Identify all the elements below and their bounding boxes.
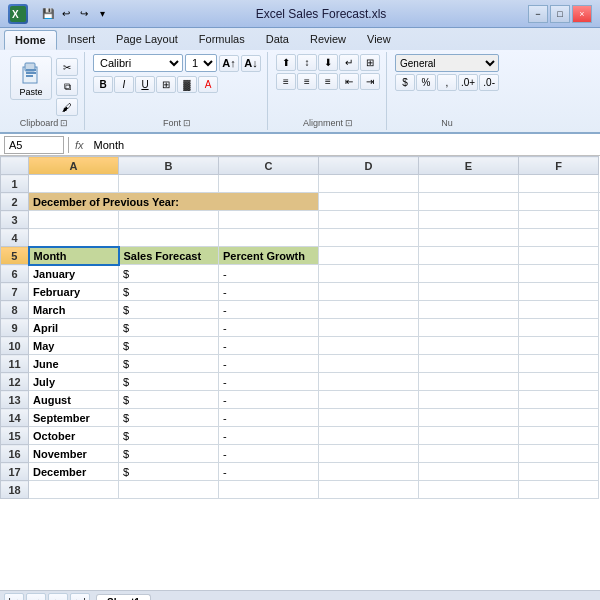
- cell-E12[interactable]: [419, 373, 519, 391]
- cell-E5[interactable]: [419, 247, 519, 265]
- cell-E3[interactable]: [419, 211, 519, 229]
- row-header-1[interactable]: 1: [1, 175, 29, 193]
- cell-D4[interactable]: [319, 229, 419, 247]
- row-header-18[interactable]: 18: [1, 481, 29, 499]
- row-header-16[interactable]: 16: [1, 445, 29, 463]
- tab-data[interactable]: Data: [256, 30, 299, 50]
- row-header-17[interactable]: 17: [1, 463, 29, 481]
- row-header-7[interactable]: 7: [1, 283, 29, 301]
- decrease-indent-btn[interactable]: ⇤: [339, 73, 359, 90]
- sheet-nav-first[interactable]: |◄: [4, 593, 24, 600]
- merge-btn[interactable]: ⊞: [360, 54, 380, 71]
- col-header-e[interactable]: E: [419, 157, 519, 175]
- cell-D1[interactable]: [319, 175, 419, 193]
- col-header-b[interactable]: B: [119, 157, 219, 175]
- row-header-14[interactable]: 14: [1, 409, 29, 427]
- align-bottom-btn[interactable]: ⬇: [318, 54, 338, 71]
- cell-B17[interactable]: $: [119, 463, 219, 481]
- cell-B6[interactable]: $: [119, 265, 219, 283]
- cell-A14[interactable]: September: [29, 409, 119, 427]
- cell-D18[interactable]: [319, 481, 419, 499]
- cell-C16[interactable]: -: [219, 445, 319, 463]
- cell-A6[interactable]: January: [29, 265, 119, 283]
- font-color-button[interactable]: A: [198, 76, 218, 93]
- cell-B8[interactable]: $: [119, 301, 219, 319]
- tab-review[interactable]: Review: [300, 30, 356, 50]
- cell-F14[interactable]: [519, 409, 599, 427]
- cell-E1[interactable]: [419, 175, 519, 193]
- redo-quick-btn[interactable]: ↪: [76, 6, 92, 22]
- cell-B12[interactable]: $: [119, 373, 219, 391]
- cell-C15[interactable]: -: [219, 427, 319, 445]
- cell-A16[interactable]: November: [29, 445, 119, 463]
- row-header-3[interactable]: 3: [1, 211, 29, 229]
- cell-A5[interactable]: Month: [29, 247, 119, 265]
- col-header-a[interactable]: A: [29, 157, 119, 175]
- cell-F12[interactable]: [519, 373, 599, 391]
- font-dialog-icon[interactable]: ⊡: [183, 118, 191, 128]
- cell-A7[interactable]: February: [29, 283, 119, 301]
- decrease-font-btn[interactable]: A↓: [241, 55, 261, 72]
- cell-A1[interactable]: [29, 175, 119, 193]
- cell-E7[interactable]: [419, 283, 519, 301]
- cell-F17[interactable]: [519, 463, 599, 481]
- formula-input[interactable]: [90, 139, 596, 151]
- cell-D8[interactable]: [319, 301, 419, 319]
- row-header-2[interactable]: 2: [1, 193, 29, 211]
- cell-A12[interactable]: July: [29, 373, 119, 391]
- cell-B14[interactable]: $: [119, 409, 219, 427]
- cell-C1[interactable]: [219, 175, 319, 193]
- sheet-nav-prev[interactable]: ◄: [26, 593, 46, 600]
- align-right-btn[interactable]: ≡: [318, 73, 338, 90]
- col-header-c[interactable]: C: [219, 157, 319, 175]
- cell-B16[interactable]: $: [119, 445, 219, 463]
- row-header-4[interactable]: 4: [1, 229, 29, 247]
- cell-B5[interactable]: Sales Forecast: [119, 247, 219, 265]
- cell-reference-input[interactable]: [4, 136, 64, 154]
- cell-B15[interactable]: $: [119, 427, 219, 445]
- cell-C10[interactable]: -: [219, 337, 319, 355]
- cell-C7[interactable]: -: [219, 283, 319, 301]
- cell-D11[interactable]: [319, 355, 419, 373]
- cell-F4[interactable]: [519, 229, 599, 247]
- cell-F11[interactable]: [519, 355, 599, 373]
- cell-B11[interactable]: $: [119, 355, 219, 373]
- save-quick-btn[interactable]: 💾: [40, 6, 56, 22]
- quick-access-more-btn[interactable]: ▾: [94, 6, 110, 22]
- cell-C4[interactable]: [219, 229, 319, 247]
- row-header-8[interactable]: 8: [1, 301, 29, 319]
- cell-B3[interactable]: [119, 211, 219, 229]
- cell-C2[interactable]: [419, 193, 519, 211]
- cell-B2[interactable]: [319, 193, 419, 211]
- cell-E4[interactable]: [419, 229, 519, 247]
- format-painter-button[interactable]: 🖌: [56, 98, 78, 116]
- cell-F16[interactable]: [519, 445, 599, 463]
- cell-C6[interactable]: -: [219, 265, 319, 283]
- row-header-10[interactable]: 10: [1, 337, 29, 355]
- row-header-9[interactable]: 9: [1, 319, 29, 337]
- cell-C5[interactable]: Percent Growth: [219, 247, 319, 265]
- font-name-selector[interactable]: Calibri: [93, 54, 183, 72]
- cell-F18[interactable]: [519, 481, 599, 499]
- border-button[interactable]: ⊞: [156, 76, 176, 93]
- comma-btn[interactable]: ,: [437, 74, 457, 91]
- cell-C3[interactable]: [219, 211, 319, 229]
- sheet-tab-sheet1[interactable]: Sheet1: [96, 594, 151, 600]
- cell-B9[interactable]: $: [119, 319, 219, 337]
- currency-btn[interactable]: $: [395, 74, 415, 91]
- number-format-selector[interactable]: General: [395, 54, 499, 72]
- copy-button[interactable]: ⧉: [56, 78, 78, 96]
- row-header-6[interactable]: 6: [1, 265, 29, 283]
- cell-A8[interactable]: March: [29, 301, 119, 319]
- cell-E16[interactable]: [419, 445, 519, 463]
- cell-D3[interactable]: [319, 211, 419, 229]
- cell-F7[interactable]: [519, 283, 599, 301]
- maximize-button[interactable]: □: [550, 5, 570, 23]
- row-header-11[interactable]: 11: [1, 355, 29, 373]
- cell-D7[interactable]: [319, 283, 419, 301]
- cell-D16[interactable]: [319, 445, 419, 463]
- cell-A10[interactable]: May: [29, 337, 119, 355]
- row-header-15[interactable]: 15: [1, 427, 29, 445]
- cell-A9[interactable]: April: [29, 319, 119, 337]
- cell-D15[interactable]: [319, 427, 419, 445]
